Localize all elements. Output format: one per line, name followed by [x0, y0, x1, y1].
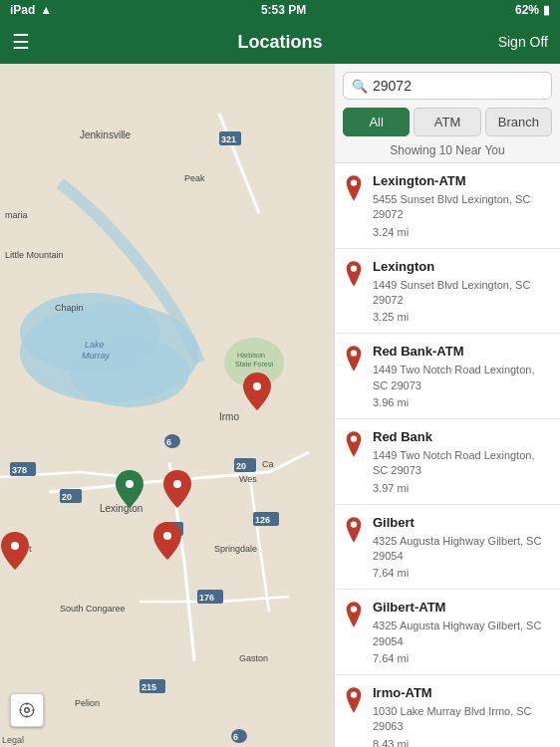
list-item[interactable]: Gilbert4325 Augusta Highway Gilbert, SC …	[335, 505, 560, 591]
svg-text:176: 176	[199, 593, 214, 603]
pin-icon	[343, 346, 365, 374]
location-address: 1449 Two Notch Road Lexington, SC 29073	[373, 448, 552, 479]
location-address: 4325 Augusta Highway Gilbert, SC 29054	[373, 619, 552, 649]
location-address: 1030 Lake Murray Blvd Irmo, SC 29063	[373, 704, 552, 735]
svg-text:6: 6	[233, 732, 238, 742]
svg-point-56	[351, 521, 357, 527]
menu-button[interactable]: ☰	[12, 32, 30, 52]
status-left: iPad ▲	[10, 3, 52, 17]
battery-icon: ▮	[543, 3, 550, 17]
svg-point-51	[20, 703, 34, 717]
status-time: 5:53 PM	[261, 3, 306, 17]
filter-buttons: All ATM Branch	[335, 104, 560, 140]
search-icon: 🔍	[352, 79, 368, 94]
svg-text:215: 215	[141, 682, 156, 692]
right-panel: 🔍 All ATM Branch Showing 10 Near You Lex…	[334, 64, 560, 747]
svg-point-54	[351, 351, 357, 357]
search-bar: 🔍	[335, 64, 560, 104]
location-name: Lexington-ATM	[373, 173, 552, 190]
map-area[interactable]: Lake Murray Harbison State Forest 321 1	[0, 64, 334, 747]
device-label: iPad	[10, 3, 35, 17]
status-right: 62% ▮	[515, 3, 550, 17]
svg-text:Springdale: Springdale	[214, 544, 257, 554]
location-address: 1449 Two Notch Road Lexington, SC 29073	[373, 363, 552, 393]
location-name: Gilbert	[373, 515, 552, 532]
location-list[interactable]: Lexington-ATM5455 Sunset Blvd Lexington,…	[335, 163, 560, 747]
map-svg: Lake Murray Harbison State Forest 321 1	[0, 64, 334, 747]
list-item[interactable]: Irmo-ATM1030 Lake Murray Blvd Irmo, SC 2…	[335, 675, 560, 747]
svg-point-47	[126, 480, 134, 488]
location-name: Red Bank-ATM	[373, 344, 552, 361]
pin-icon	[343, 517, 365, 545]
svg-text:6: 6	[166, 437, 171, 447]
svg-text:State Forest: State Forest	[235, 361, 273, 368]
svg-text:Lake: Lake	[85, 340, 105, 350]
wifi-icon: ▲	[40, 3, 52, 17]
svg-text:Ca: Ca	[262, 459, 274, 469]
location-distance: 7.64 mi	[373, 652, 552, 664]
location-distance: 3.97 mi	[373, 482, 552, 494]
svg-text:20: 20	[236, 461, 246, 471]
filter-atm-button[interactable]: ATM	[414, 108, 480, 136]
location-distance: 3.96 mi	[373, 396, 552, 408]
svg-text:Gaston: Gaston	[239, 653, 268, 663]
location-distance: 3.25 mi	[373, 311, 552, 323]
list-item[interactable]: Lexington1449 Sunset Blvd Lexington, SC …	[335, 249, 560, 335]
pin-icon	[343, 261, 365, 289]
filter-all-button[interactable]: All	[343, 108, 410, 136]
svg-text:Wes: Wes	[239, 474, 257, 484]
my-location-button[interactable]	[10, 693, 44, 727]
svg-point-52	[351, 179, 357, 185]
location-distance: 8.43 mi	[373, 738, 552, 747]
svg-point-55	[351, 435, 357, 441]
svg-text:maria: maria	[5, 210, 28, 220]
location-distance: 7.64 mi	[373, 567, 552, 579]
list-item[interactable]: Red Bank-ATM1449 Two Notch Road Lexingto…	[335, 334, 560, 419]
svg-point-49	[163, 532, 171, 540]
showing-text: Showing 10 Near You	[335, 140, 560, 163]
search-input[interactable]	[373, 78, 543, 94]
location-name: Irmo-ATM	[373, 685, 552, 702]
svg-text:20: 20	[62, 492, 72, 502]
legal-text: Legal	[2, 735, 24, 745]
pin-icon	[343, 687, 365, 715]
pin-icon	[343, 602, 365, 629]
status-bar: iPad ▲ 5:53 PM 62% ▮	[0, 0, 560, 20]
svg-text:Little Mountain: Little Mountain	[5, 250, 64, 260]
svg-text:321: 321	[221, 134, 236, 144]
sign-off-button[interactable]: Sign Off	[498, 34, 548, 50]
svg-text:Irmo: Irmo	[219, 411, 239, 422]
svg-text:Lexington: Lexington	[100, 503, 142, 514]
list-item[interactable]: Lexington-ATM5455 Sunset Blvd Lexington,…	[335, 163, 560, 249]
app-header: ☰ Locations Sign Off	[0, 20, 560, 64]
svg-text:Jenkinsville: Jenkinsville	[80, 129, 132, 140]
svg-text:Chapin: Chapin	[55, 303, 84, 313]
pin-icon	[343, 175, 365, 203]
svg-point-57	[351, 607, 357, 613]
svg-rect-0	[0, 64, 334, 747]
pin-icon	[343, 431, 365, 459]
location-address: 4325 Augusta Highway Gilbert, SC 29054	[373, 534, 552, 565]
search-input-wrapper: 🔍	[343, 72, 552, 100]
location-distance: 3.24 mi	[373, 226, 552, 238]
main-content: Lake Murray Harbison State Forest 321 1	[0, 64, 560, 747]
location-name: Gilbert-ATM	[373, 600, 552, 617]
location-name: Red Bank	[373, 429, 552, 446]
svg-point-50	[25, 708, 30, 713]
filter-branch-button[interactable]: Branch	[485, 108, 552, 136]
svg-text:Peak: Peak	[184, 173, 205, 183]
svg-text:378: 378	[12, 465, 27, 475]
svg-point-53	[351, 265, 357, 271]
svg-point-58	[351, 691, 357, 697]
svg-text:126: 126	[255, 515, 270, 525]
list-item[interactable]: Gilbert-ATM4325 Augusta Highway Gilbert,…	[335, 590, 560, 675]
svg-text:Harbison: Harbison	[237, 352, 265, 359]
svg-text:South Congaree: South Congaree	[60, 604, 126, 614]
location-name: Lexington	[373, 259, 552, 276]
location-address: 1449 Sunset Blvd Lexington, SC 29072	[373, 278, 552, 309]
list-item[interactable]: Red Bank1449 Two Notch Road Lexington, S…	[335, 419, 560, 505]
svg-point-45	[253, 382, 261, 390]
battery-label: 62%	[515, 3, 539, 17]
svg-text:Murray: Murray	[82, 351, 111, 361]
svg-point-48	[11, 542, 19, 550]
